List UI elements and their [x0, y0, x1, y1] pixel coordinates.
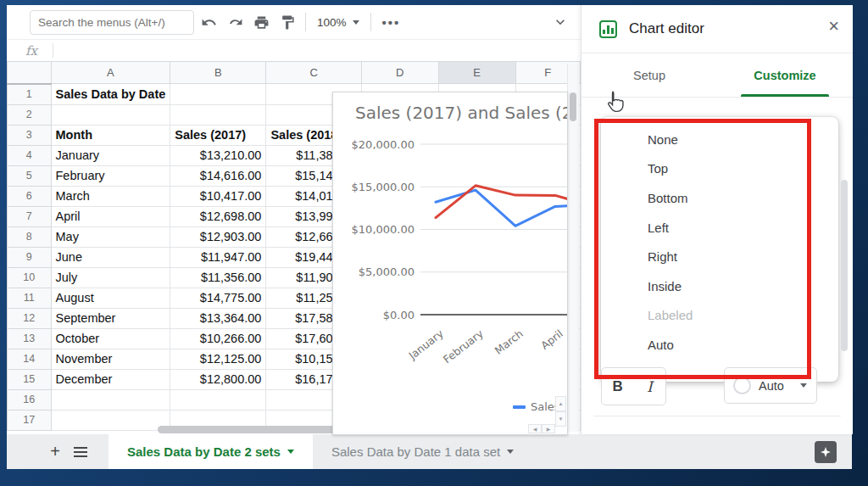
- row-header-8[interactable]: 8: [8, 226, 52, 247]
- column-header-C[interactable]: C: [266, 62, 361, 84]
- chart-mini-hscroll[interactable]: ◀ ▶: [528, 424, 555, 433]
- menu-item-left[interactable]: Left: [601, 213, 838, 243]
- cell-A1[interactable]: Sales Data by Date: [51, 84, 170, 105]
- row-header-2[interactable]: 2: [8, 104, 52, 125]
- cell-A15[interactable]: December: [51, 369, 170, 389]
- panel-scrollbar[interactable]: [841, 180, 848, 351]
- scroll-left-icon[interactable]: ◀: [528, 424, 542, 433]
- menu-search-box[interactable]: [30, 10, 194, 35]
- cell-B15[interactable]: $12,800.00: [170, 369, 266, 389]
- chart-editor-icon: [599, 20, 617, 38]
- cell-A17[interactable]: [51, 410, 170, 430]
- menu-item-auto[interactable]: Auto: [601, 330, 838, 360]
- undo-icon[interactable]: [197, 10, 220, 34]
- menu-item-none[interactable]: None: [601, 125, 838, 154]
- cell-B8[interactable]: $12,903.00: [170, 226, 266, 247]
- scroll-down-icon[interactable]: ▼: [555, 411, 566, 427]
- menu-item-right[interactable]: Right: [601, 242, 838, 271]
- chevron-down-icon: [800, 383, 807, 388]
- row-header-13[interactable]: 13: [8, 328, 52, 349]
- row-header-1[interactable]: 1: [8, 84, 52, 105]
- cell-B11[interactable]: $14,775.00: [170, 288, 266, 308]
- search-input[interactable]: [31, 16, 193, 29]
- row-header-14[interactable]: 14: [8, 349, 52, 369]
- close-icon[interactable]: ×: [828, 17, 839, 36]
- scroll-right-icon[interactable]: ▶: [542, 424, 555, 433]
- text-color-dropdown[interactable]: Auto: [724, 367, 817, 404]
- scrollbar-thumb[interactable]: [570, 92, 576, 121]
- collapse-toolbar-icon[interactable]: [552, 14, 569, 34]
- redo-icon[interactable]: [223, 10, 247, 34]
- cell-A9[interactable]: June: [51, 247, 170, 267]
- row-header-4[interactable]: 4: [8, 145, 52, 165]
- cell-B9[interactable]: $11,947.00: [170, 247, 266, 267]
- menu-item-inside[interactable]: Inside: [601, 271, 838, 301]
- explore-icon[interactable]: [815, 441, 837, 463]
- cell-A5[interactable]: February: [51, 165, 170, 186]
- row-header-9[interactable]: 9: [8, 247, 52, 267]
- toolbar-separator: [370, 13, 371, 31]
- cell-A14[interactable]: November: [51, 349, 170, 369]
- row-header-16[interactable]: 16: [8, 389, 52, 410]
- cell-A16[interactable]: [51, 389, 170, 410]
- menu-item-top[interactable]: Top: [601, 154, 838, 184]
- cell-B2[interactable]: [170, 104, 266, 125]
- cell-B14[interactable]: $12,125.00: [170, 349, 266, 369]
- column-header-E[interactable]: E: [438, 62, 515, 84]
- row-header-5[interactable]: 5: [8, 165, 52, 186]
- row-header-3[interactable]: 3: [8, 125, 52, 145]
- sheet-tab-inactive[interactable]: Sales Data by Date 1 data set: [313, 434, 532, 469]
- menu-item-bottom[interactable]: Bottom: [601, 183, 838, 213]
- chevron-down-icon: [353, 20, 359, 25]
- cell-A2[interactable]: [51, 104, 170, 125]
- cell-B4[interactable]: $13,210.00: [170, 145, 266, 165]
- row-header-6[interactable]: 6: [8, 186, 52, 206]
- more-toolbar-icon[interactable]: •••: [377, 15, 406, 30]
- cell-B10[interactable]: $11,356.00: [170, 267, 266, 288]
- zoom-control[interactable]: 100%: [312, 16, 364, 29]
- embedded-chart[interactable]: Sales (2017) and Sales (2 $20,000.00$15,…: [332, 92, 568, 435]
- cell-B16[interactable]: [170, 389, 266, 410]
- paint-format-icon[interactable]: [275, 10, 299, 34]
- cell-B7[interactable]: $12,698.00: [170, 206, 266, 226]
- cell-A11[interactable]: August: [51, 288, 170, 308]
- column-header-B[interactable]: B: [170, 62, 266, 84]
- print-icon[interactable]: [249, 10, 273, 34]
- column-header-D[interactable]: D: [361, 62, 438, 84]
- chart-legend: Sales: [513, 400, 560, 413]
- cell-A10[interactable]: July: [51, 267, 170, 288]
- tab-customize[interactable]: Customize: [717, 53, 853, 97]
- cell-A12[interactable]: September: [51, 308, 170, 328]
- tab-setup[interactable]: Setup: [581, 53, 717, 97]
- cell-A7[interactable]: April: [51, 206, 170, 226]
- cell-B12[interactable]: $13,364.00: [170, 308, 266, 328]
- row-header-17[interactable]: 17: [8, 410, 52, 430]
- italic-button[interactable]: I: [634, 378, 666, 395]
- sheet-tab-active[interactable]: Sales Data by Date 2 sets: [108, 434, 313, 469]
- select-all-corner[interactable]: [8, 62, 52, 84]
- cell-A6[interactable]: March: [51, 186, 170, 206]
- scroll-up-icon[interactable]: ▲: [555, 396, 566, 411]
- cell-A4[interactable]: January: [51, 145, 170, 165]
- cell-A3[interactable]: Month: [51, 125, 170, 145]
- cell-B13[interactable]: $10,266.00: [170, 328, 266, 349]
- chart-mini-vscroll[interactable]: ▲ ▼: [555, 396, 566, 427]
- row-header-10[interactable]: 10: [8, 267, 52, 288]
- row-header-15[interactable]: 15: [8, 369, 52, 389]
- all-sheets-icon[interactable]: [68, 447, 93, 457]
- cell-A13[interactable]: October: [51, 328, 170, 349]
- cell-B3[interactable]: Sales (2017): [170, 125, 266, 145]
- cell-B1[interactable]: [170, 84, 266, 105]
- cell-B6[interactable]: $10,417.00: [170, 186, 266, 206]
- row-header-7[interactable]: 7: [8, 206, 52, 226]
- bold-button[interactable]: B: [602, 378, 634, 395]
- cell-B5[interactable]: $14,616.00: [170, 165, 266, 186]
- row-header-12[interactable]: 12: [8, 308, 52, 328]
- grid-vertical-scrollbar[interactable]: [567, 64, 579, 432]
- color-swatch-circle: [733, 377, 751, 394]
- column-header-A[interactable]: A: [51, 62, 170, 84]
- row-header-11[interactable]: 11: [8, 288, 52, 308]
- add-sheet-icon[interactable]: +: [42, 442, 68, 461]
- cell-A8[interactable]: May: [51, 226, 170, 247]
- formula-input[interactable]: [53, 40, 581, 61]
